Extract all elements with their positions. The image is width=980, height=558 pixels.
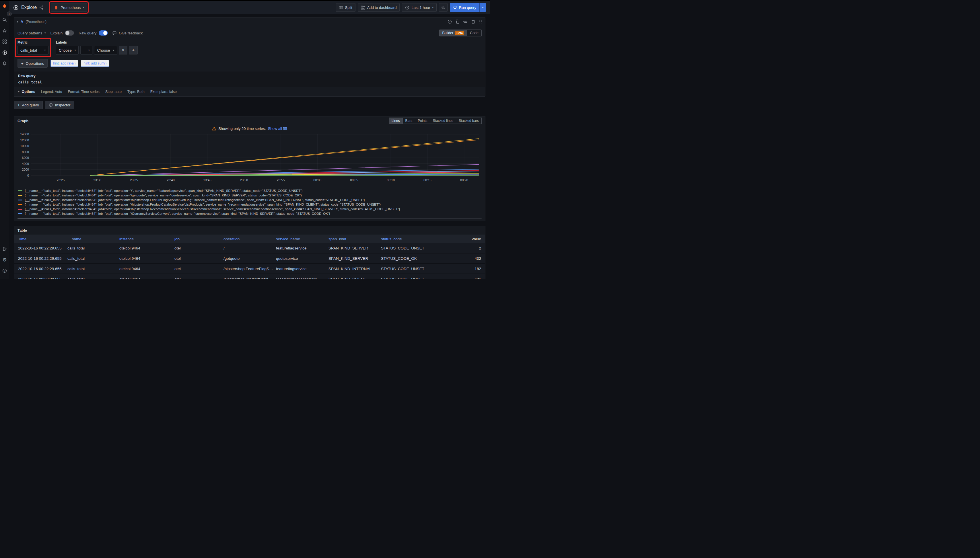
table-column-header[interactable]: job bbox=[174, 237, 224, 241]
hint-add-sum-button[interactable]: hint: add sum() bbox=[81, 60, 109, 67]
graph-mode-stacked-bars[interactable]: Stacked bars bbox=[456, 118, 482, 124]
show-all-series-link[interactable]: Show all 55 bbox=[268, 126, 287, 131]
sign-in-icon[interactable] bbox=[2, 246, 8, 252]
table-cell: calls_total bbox=[67, 256, 119, 261]
table-cell: featureflagservice bbox=[276, 267, 329, 271]
label-value-select[interactable]: Choose ▾ bbox=[94, 46, 117, 54]
run-query-dropdown[interactable]: ▾ bbox=[479, 3, 486, 12]
inspector-button[interactable]: Inspector bbox=[45, 101, 74, 109]
legend-item[interactable]: {__name__="calls_total", instance="otelc… bbox=[18, 189, 485, 193]
legend-swatch bbox=[18, 213, 22, 214]
svg-text:00:05: 00:05 bbox=[350, 178, 358, 182]
copy-query-icon[interactable] bbox=[455, 20, 460, 24]
legend-item[interactable]: {__name__="calls_total", instance="otelc… bbox=[18, 193, 485, 198]
collapse-chevron-icon[interactable]: ▾ bbox=[17, 20, 18, 23]
graph-mode-stacked-lines[interactable]: Stacked lines bbox=[430, 118, 456, 124]
operations-button[interactable]: + Operations bbox=[18, 59, 48, 68]
run-query-button[interactable]: Run query ▾ bbox=[450, 3, 486, 12]
svg-text:23:25: 23:25 bbox=[57, 178, 65, 182]
starred-icon[interactable] bbox=[2, 28, 8, 34]
prometheus-icon bbox=[54, 5, 59, 10]
graph-mode-bars[interactable]: Bars bbox=[403, 118, 415, 124]
legend-swatch bbox=[18, 190, 22, 191]
warning-icon bbox=[212, 126, 216, 131]
legend-scrollbar[interactable] bbox=[18, 218, 482, 219]
raw-query-preview: Raw query calls_total bbox=[14, 71, 485, 87]
help-icon[interactable]: ? bbox=[2, 268, 8, 274]
info-circle-icon bbox=[49, 103, 53, 107]
query-patterns-dropdown[interactable]: Query patterns ▾ bbox=[18, 31, 46, 35]
table-column-header[interactable]: span_kind bbox=[329, 237, 381, 241]
split-icon bbox=[339, 5, 343, 10]
legend-label: {__name__="calls_total", instance="otelc… bbox=[25, 194, 302, 197]
table-cell: otel bbox=[174, 267, 224, 271]
chevron-down-icon: ▾ bbox=[113, 49, 114, 52]
query-row-header[interactable]: ▾ A (Prometheus) ? bbox=[14, 18, 485, 26]
table-column-header[interactable]: Value bbox=[432, 237, 485, 241]
svg-text:00:15: 00:15 bbox=[423, 178, 431, 182]
grafana-logo[interactable] bbox=[2, 3, 7, 9]
timeseries-chart[interactable]: 0200040006000800010000120001400023:2523:… bbox=[18, 133, 481, 186]
remove-label-button[interactable]: × bbox=[119, 46, 127, 54]
label-key-select[interactable]: Choose ▾ bbox=[56, 46, 79, 54]
table-column-header[interactable]: __name__ bbox=[67, 237, 119, 241]
table-column-header[interactable]: service_name bbox=[276, 237, 329, 241]
metric-select[interactable]: calls_total ▾ bbox=[18, 46, 48, 54]
svg-text:23:45: 23:45 bbox=[204, 178, 211, 182]
table-column-header[interactable]: instance bbox=[119, 237, 174, 241]
table-cell: otelcol:9464 bbox=[119, 256, 174, 261]
raw-query-toggle[interactable] bbox=[99, 30, 108, 36]
table-column-header[interactable]: status_code bbox=[381, 237, 432, 241]
zoom-out-button[interactable] bbox=[439, 3, 447, 12]
table-cell: STATUS_CODE_UNSET bbox=[381, 277, 432, 279]
label-operator-select[interactable]: = ▾ bbox=[81, 46, 92, 54]
drag-handle-icon[interactable] bbox=[479, 20, 482, 24]
sidebar-expand-button[interactable]: › bbox=[7, 11, 12, 16]
table-row[interactable]: 2022-10-16 00:22:29.655calls_totalotelco… bbox=[14, 264, 485, 274]
query-options-row: ▾ Options Legend: Auto Format: Time seri… bbox=[14, 87, 485, 96]
legend-item[interactable]: {__name__="calls_total", instance="otelc… bbox=[18, 198, 485, 202]
alerting-bell-icon[interactable] bbox=[2, 60, 8, 67]
legend-item[interactable]: {__name__="calls_total", instance="otelc… bbox=[18, 211, 485, 216]
table-cell: quoteservice bbox=[276, 256, 329, 261]
add-label-button[interactable]: + bbox=[129, 46, 138, 54]
search-icon[interactable] bbox=[2, 16, 8, 23]
hint-add-rate-button[interactable]: hint: add rate() bbox=[51, 60, 78, 67]
add-query-button[interactable]: + Add query bbox=[14, 101, 43, 109]
query-help-icon[interactable]: ? bbox=[447, 20, 452, 24]
table-cell: 2022-10-16 00:22:29.655 bbox=[14, 267, 67, 271]
explore-nav-icon[interactable] bbox=[2, 49, 8, 56]
share-icon[interactable] bbox=[39, 5, 44, 10]
legend-scrollbar-thumb[interactable] bbox=[18, 218, 231, 219]
dashboards-icon[interactable] bbox=[2, 38, 8, 45]
svg-text:00:10: 00:10 bbox=[387, 178, 395, 182]
svg-text:10000: 10000 bbox=[20, 144, 29, 148]
give-feedback-link[interactable]: Give feedback bbox=[112, 31, 143, 35]
table-cell: 432 bbox=[432, 256, 485, 261]
table-cell: /hipstershop.ProductCatalogS... bbox=[224, 277, 276, 279]
options-expander[interactable]: ▾ Options bbox=[18, 90, 35, 94]
table-column-header[interactable]: operation bbox=[224, 237, 276, 241]
plus-icon: + bbox=[21, 61, 23, 66]
add-to-dashboard-button[interactable]: Add to dashboard bbox=[358, 3, 400, 12]
graph-mode-lines[interactable]: Lines bbox=[389, 118, 403, 124]
svg-text:8000: 8000 bbox=[22, 150, 29, 154]
table-row[interactable]: 2022-10-16 00:22:29.655calls_totalotelco… bbox=[14, 274, 485, 279]
builder-mode-button[interactable]: Builder Beta bbox=[439, 30, 467, 36]
split-button[interactable]: Split bbox=[335, 3, 355, 12]
delete-query-trash-icon[interactable] bbox=[471, 20, 475, 24]
time-range-picker[interactable]: Last 1 hour ▾ bbox=[402, 3, 437, 12]
legend-item[interactable]: {__name__="calls_total", instance="otelc… bbox=[18, 202, 485, 207]
settings-gear-icon[interactable]: ⚙ bbox=[2, 257, 8, 263]
table-panel-title: Table bbox=[18, 228, 27, 233]
table-row[interactable]: 2022-10-16 00:22:29.655calls_totalotelco… bbox=[14, 253, 485, 264]
datasource-picker[interactable]: Prometheus ▾ bbox=[51, 3, 87, 12]
table-row[interactable]: 2022-10-16 00:22:29.655calls_totalotelco… bbox=[14, 243, 485, 253]
graph-mode-points[interactable]: Points bbox=[415, 118, 430, 124]
table-cell: otelcol:9464 bbox=[119, 267, 174, 271]
legend-item[interactable]: {__name__="calls_total", instance="otelc… bbox=[18, 207, 485, 211]
hide-response-eye-icon[interactable] bbox=[463, 20, 468, 24]
code-mode-button[interactable]: Code bbox=[467, 30, 482, 36]
explain-toggle[interactable] bbox=[65, 30, 74, 36]
table-column-header[interactable]: Time bbox=[14, 237, 67, 241]
